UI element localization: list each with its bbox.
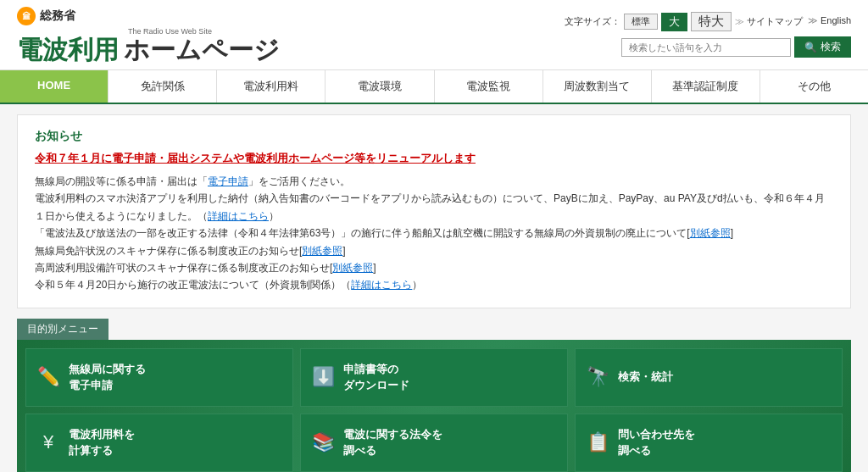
- menu-grid-wrapper: ✏️ 無線局に関する電子申請 ⬇️ 申請書等のダウンロード 🔭 検索・統計 ¥ …: [17, 340, 851, 472]
- law-icon: 📚: [311, 431, 335, 453]
- nav-license[interactable]: 免許関係: [108, 70, 217, 103]
- search-row: 🔍 検索: [621, 36, 851, 58]
- menu-card-contact-label: 問い合わせ先を調べる: [618, 426, 695, 459]
- site-subtitle: The Radio Use Web Site: [128, 27, 280, 36]
- header: 🏛 総務省 電波利用 The Radio Use Web Site ホームページ…: [0, 0, 868, 70]
- nav-certification[interactable]: 基準認証制度: [652, 70, 760, 103]
- english-link[interactable]: English: [808, 15, 851, 28]
- notice-section: お知らせ 令和７年１月に電子申請・届出システムや電波利用ホームページ等をリニュー…: [17, 114, 851, 308]
- menu-card-apply[interactable]: ✏️ 無線局に関する電子申請: [25, 348, 293, 407]
- apply-icon: ✏️: [36, 366, 60, 388]
- agency-icon: 🏛: [17, 7, 36, 25]
- download-icon: ⬇️: [311, 366, 335, 388]
- nav-frequency[interactable]: 周波数割当て: [543, 70, 652, 103]
- menu-card-fee-label: 電波利用料を計算する: [69, 426, 135, 459]
- menu-card-apply-label: 無線局に関する電子申請: [69, 361, 146, 394]
- menu-header-label: 目的別メニュー: [17, 319, 108, 340]
- nav-environment[interactable]: 電波環境: [326, 70, 434, 103]
- main-nav: HOME 免許関係 電波利用料 電波環境 電波監視 周波数割当て 基準認証制度 …: [0, 70, 868, 104]
- nav-other[interactable]: その他: [760, 70, 868, 103]
- search-button-label: 検索: [821, 40, 841, 54]
- nav-home[interactable]: HOME: [0, 70, 108, 103]
- notice-line-2: 電波利用料のスマホ決済アプリを利用した納付（納入告知書のバーコードをアプリから読…: [35, 192, 825, 221]
- notice-link-apply[interactable]: 電子申請: [208, 175, 248, 187]
- notice-line-5: 高周波利用設備許可状のスキャナ保存に係る制度改正のお知らせ[別紙参照]: [35, 262, 376, 274]
- menu-section: 目的別メニュー ✏️ 無線局に関する電子申請 ⬇️ 申請書等のダウンロード 🔭 …: [17, 319, 851, 472]
- logo-area: 🏛 総務省 電波利用 The Radio Use Web Site ホームページ: [17, 7, 280, 63]
- menu-card-fee-calc[interactable]: ¥ 電波利用料を計算する: [25, 414, 293, 472]
- search-input[interactable]: [621, 38, 791, 57]
- search-icon: 🔍: [804, 42, 817, 53]
- yen-icon: ¥: [36, 431, 60, 453]
- site-title-main: 電波利用: [17, 37, 119, 63]
- logo-main: 電波利用 The Radio Use Web Site ホームページ: [17, 27, 280, 63]
- font-xlarge-button[interactable]: 特大: [691, 12, 732, 31]
- font-size-controls: 文字サイズ： 標準 大 特大 サイトマップ English: [565, 12, 851, 31]
- notice-link-annex3[interactable]: 別紙参照: [332, 262, 373, 274]
- notice-link-annex1[interactable]: 別紙参照: [690, 227, 731, 239]
- notice-link-detail2[interactable]: 詳細はこちら: [351, 279, 412, 291]
- font-large-button[interactable]: 大: [661, 13, 687, 31]
- nav-fee[interactable]: 電波利用料: [217, 70, 326, 103]
- menu-card-search[interactable]: 🔭 検索・統計: [575, 348, 843, 407]
- notice-line-6: 令和５年４月20日から施行の改正電波法について（外資規制関係）（詳細はこちら）: [35, 279, 422, 291]
- notice-main-link[interactable]: 令和７年１月に電子申請・届出システムや電波利用ホームページ等をリニューアルします: [35, 151, 833, 166]
- menu-card-search-label: 検索・統計: [618, 369, 673, 386]
- search-button[interactable]: 🔍 検索: [794, 36, 851, 58]
- menu-card-law-label: 電波に関する法令を調べる: [343, 426, 442, 459]
- notice-line-1: 無線局の開設等に係る申請・届出は「電子申請」をご活用ください。: [35, 175, 350, 187]
- menu-card-download-label: 申請書等のダウンロード: [343, 361, 409, 394]
- nav-monitoring[interactable]: 電波監視: [435, 70, 543, 103]
- font-size-label: 文字サイズ：: [565, 15, 620, 28]
- notice-line-4: 無線局免許状況のスキャナ保存に係る制度改正のお知らせ[別紙参照]: [35, 245, 346, 257]
- notice-title: お知らせ: [35, 129, 833, 144]
- menu-card-contact[interactable]: 📋 問い合わせ先を調べる: [575, 414, 843, 472]
- notice-link-annex2[interactable]: 別紙参照: [302, 245, 342, 257]
- contact-icon: 📋: [586, 431, 609, 453]
- agency-name: 総務省: [40, 8, 75, 24]
- menu-card-law[interactable]: 📚 電波に関する法令を調べる: [300, 414, 568, 472]
- notice-link-detail1[interactable]: 詳細はこちら: [208, 210, 269, 222]
- notice-body: 無線局の開設等に係る申請・届出は「電子申請」をご活用ください。 電波利用料のスマ…: [35, 173, 833, 294]
- menu-grid: ✏️ 無線局に関する電子申請 ⬇️ 申請書等のダウンロード 🔭 検索・統計 ¥ …: [25, 348, 843, 472]
- search-stats-icon: 🔭: [586, 366, 609, 388]
- notice-line-3: 「電波法及び放送法の一部を改正する法律（令和４年法律第63号）」の施行に伴う船舶…: [35, 227, 733, 239]
- font-standard-button[interactable]: 標準: [624, 14, 658, 30]
- logo-top: 🏛 総務省: [17, 7, 280, 25]
- menu-card-download[interactable]: ⬇️ 申請書等のダウンロード: [300, 348, 568, 407]
- header-right: 文字サイズ： 標準 大 特大 サイトマップ English 🔍 検索: [565, 12, 851, 58]
- utility-nav: サイトマップ English: [735, 15, 851, 28]
- site-title-sub: ホームページ: [124, 37, 280, 63]
- sitemap-link[interactable]: サイトマップ: [735, 15, 803, 28]
